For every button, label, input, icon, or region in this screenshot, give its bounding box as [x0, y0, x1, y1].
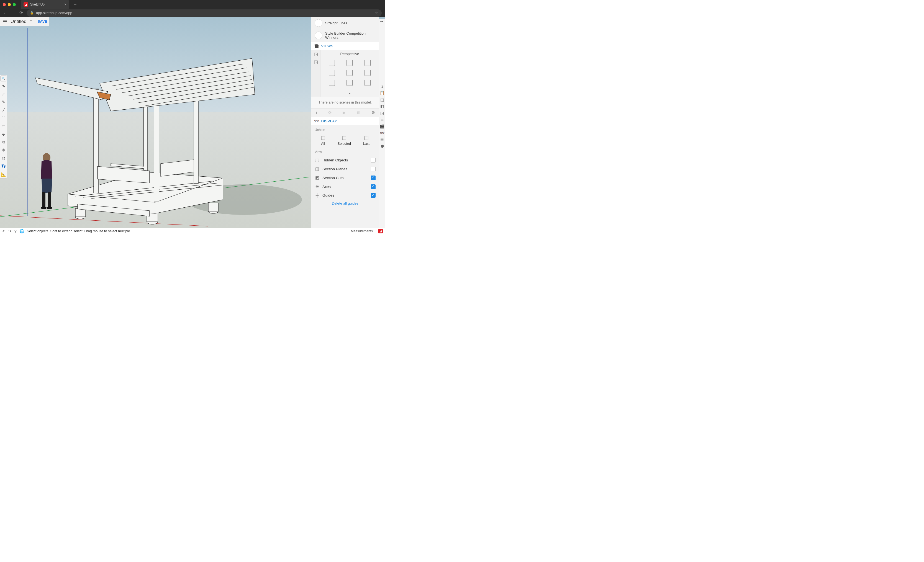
forward-button[interactable]: →: [11, 10, 15, 15]
tool-rotate[interactable]: ◔: [0, 154, 7, 162]
sketchup-favicon-icon: ◢: [24, 2, 28, 7]
option-section-planes[interactable]: ◫ Section Planes: [315, 165, 376, 173]
unhide-all-button[interactable]: ⬚All: [321, 135, 326, 145]
close-tab-icon[interactable]: ×: [64, 2, 66, 7]
proj-perspective-button[interactable]: ◳: [311, 50, 320, 58]
proj-parallel-button[interactable]: ◲: [311, 58, 320, 66]
views-label: VIEWS: [321, 44, 333, 48]
checkbox[interactable]: [371, 193, 376, 198]
view-iso[interactable]: [323, 58, 340, 67]
bookmark-star-icon[interactable]: ☆: [375, 11, 378, 15]
rail-styles-icon[interactable]: ◳: [380, 111, 385, 116]
sketchup-logo-icon[interactable]: ◢: [378, 229, 383, 233]
address-bar[interactable]: 🔒 app.sketchup.com/app ☆: [27, 9, 382, 16]
tool-paint[interactable]: ✎: [0, 98, 7, 106]
svg-point-34: [41, 207, 46, 209]
right-rail: ℹ 📋 ⬚ ◧ ◳ ≣ 🎬 👓 ☰ ⬢: [379, 19, 385, 228]
refresh-scene-button[interactable]: ⟳: [328, 110, 332, 115]
cube-icon: ⬚: [342, 135, 346, 141]
unhide-last-button[interactable]: ⬚Last: [363, 135, 370, 145]
checkbox[interactable]: [371, 175, 376, 180]
style-thumb-icon: [315, 19, 322, 27]
style-item-builder-winners[interactable]: Style Builder Competition Winners: [311, 29, 379, 42]
tab-title: SketchUp: [30, 3, 45, 6]
projection-label: Perspective: [321, 50, 379, 58]
add-scene-button[interactable]: +: [315, 110, 318, 115]
maximize-window-icon[interactable]: [13, 3, 16, 6]
view-right[interactable]: [323, 68, 340, 78]
style-label: Straight Lines: [325, 21, 347, 25]
new-tab-button[interactable]: +: [74, 1, 77, 7]
projection-column: ◳ ◲: [311, 50, 321, 97]
view-left[interactable]: [359, 68, 376, 78]
display-section-header[interactable]: 👓 DISPLAY: [311, 117, 379, 125]
unhide-row: ⬚All ⬚Selected ⬚Last: [315, 133, 376, 149]
tool-line[interactable]: ╱: [0, 106, 7, 114]
delete-guides-button[interactable]: Delete all guides: [315, 199, 376, 208]
tool-arc[interactable]: ⌒: [0, 114, 7, 122]
section-cuts-icon: ◩: [315, 175, 320, 180]
checkbox[interactable]: [371, 167, 376, 171]
rail-scenes-icon[interactable]: 🎬: [380, 124, 385, 129]
reload-button[interactable]: ⟳: [19, 10, 23, 15]
browser-tab[interactable]: ◢ SketchUp ×: [21, 0, 69, 9]
model-canvas[interactable]: [0, 17, 311, 228]
help-button[interactable]: ?: [14, 229, 16, 233]
tool-pushpull[interactable]: ⬙: [0, 130, 7, 138]
back-button[interactable]: ←: [3, 10, 8, 15]
checkbox[interactable]: [371, 158, 376, 162]
rail-entity-info-icon[interactable]: ℹ: [380, 84, 385, 89]
view-sublabel: View: [315, 149, 376, 156]
delete-scene-button[interactable]: 🗑: [357, 110, 361, 115]
svg-marker-18: [98, 166, 150, 183]
option-guides[interactable]: ┼ Guides: [315, 191, 376, 199]
view-iso2[interactable]: [323, 78, 340, 87]
scene-note: There are no scenes in this model.: [311, 97, 379, 108]
lock-icon: 🔒: [30, 11, 34, 15]
view-bottom[interactable]: [341, 78, 358, 87]
redo-button[interactable]: ↷: [8, 229, 12, 233]
close-window-icon[interactable]: [3, 3, 6, 6]
svg-rect-15: [154, 91, 159, 202]
views-more-button[interactable]: ⌄: [321, 88, 379, 97]
option-section-cuts[interactable]: ◩ Section Cuts: [315, 173, 376, 182]
rail-3dw-icon[interactable]: ⬢: [380, 144, 385, 149]
rail-display-icon[interactable]: 👓: [380, 131, 385, 136]
tool-eraser[interactable]: ◸: [0, 90, 7, 98]
folder-icon[interactable]: 🗀: [29, 19, 34, 24]
views-section-header[interactable]: 🎬 VIEWS: [311, 42, 379, 50]
cube-icon: ⬚: [364, 135, 369, 141]
checkbox[interactable]: [371, 184, 376, 189]
rail-outliner-icon[interactable]: ☰: [380, 137, 385, 142]
expand-panel-button[interactable]: →: [379, 18, 384, 24]
unhide-selected-button[interactable]: ⬚Selected: [338, 135, 351, 145]
tool-rectangle[interactable]: ▭: [0, 122, 7, 130]
view-back[interactable]: [341, 68, 358, 78]
minimize-window-icon[interactable]: [8, 3, 11, 6]
tool-move[interactable]: ✥: [0, 146, 7, 154]
rail-components-icon[interactable]: ⬚: [380, 97, 385, 102]
scene-settings-button[interactable]: ⚙: [371, 110, 375, 115]
option-axes[interactable]: ✳ Axes: [315, 182, 376, 191]
rail-tags-icon[interactable]: ≣: [380, 117, 385, 122]
rail-materials-icon[interactable]: ◧: [380, 104, 385, 109]
language-button[interactable]: 🌐: [20, 229, 24, 233]
style-item-straight-lines[interactable]: Straight Lines: [311, 17, 379, 29]
views-body: ◳ ◲ Perspective ⌄: [311, 50, 379, 97]
menu-button[interactable]: [2, 19, 8, 24]
tool-walk[interactable]: 👣: [0, 162, 7, 170]
play-scenes-button[interactable]: ▶: [343, 110, 346, 115]
browser-chrome: ◢ SketchUp × + ← → ⟳ 🔒 app.sketchup.com/…: [0, 0, 385, 17]
option-hidden-objects[interactable]: ⬚ Hidden Objects: [315, 156, 376, 165]
undo-button[interactable]: ↶: [2, 229, 6, 233]
tool-select[interactable]: ⬉: [0, 82, 7, 90]
view-top[interactable]: [341, 58, 358, 67]
window-controls[interactable]: [3, 3, 16, 6]
tool-tape[interactable]: 📐: [0, 170, 7, 178]
save-button[interactable]: SAVE: [38, 19, 47, 24]
tool-search[interactable]: 🔍: [0, 76, 6, 81]
rail-instructor-icon[interactable]: 📋: [380, 91, 385, 96]
tool-offset[interactable]: ⧉: [0, 138, 7, 146]
view-iso3[interactable]: [359, 78, 376, 87]
view-front[interactable]: [359, 58, 376, 67]
